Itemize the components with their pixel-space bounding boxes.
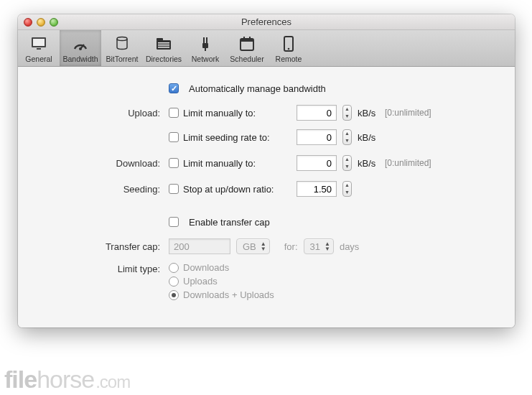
auto-manage-checkbox[interactable] xyxy=(169,83,179,93)
transfer-cap-unit-select[interactable]: GB ▲▼ xyxy=(236,238,270,254)
seeding-ratio-label: Stop at up/down ratio: xyxy=(183,184,274,195)
download-limit-input[interactable] xyxy=(297,155,337,171)
tab-label: Bandwidth xyxy=(60,55,101,63)
seeding-ratio-input[interactable] xyxy=(297,181,337,197)
limit-type-downloads-radio[interactable] xyxy=(169,263,179,273)
svg-rect-10 xyxy=(158,47,169,48)
tab-label: Network xyxy=(185,55,226,63)
upload-limit-hint: [0:unlimited] xyxy=(385,108,431,118)
limit-type-both-label: Downloads + Uploads xyxy=(183,289,274,300)
svg-rect-7 xyxy=(157,38,163,41)
download-limit-stepper[interactable]: ▲▼ xyxy=(342,155,352,171)
limit-type-section-label: Limit type: xyxy=(39,262,169,274)
tab-remote[interactable]: Remote xyxy=(268,30,309,66)
tab-directories[interactable]: Directories xyxy=(143,30,185,66)
updown-icon: ▲▼ xyxy=(325,241,330,251)
download-limit-hint: [0:unlimited] xyxy=(385,158,431,168)
download-limit-checkbox[interactable] xyxy=(169,158,179,168)
unit-label: kB/s xyxy=(358,132,379,143)
tab-scheduler[interactable]: Scheduler xyxy=(226,30,268,66)
upload-seed-stepper[interactable]: ▲▼ xyxy=(342,129,352,145)
tab-bandwidth[interactable]: Bandwidth xyxy=(60,30,101,66)
svg-rect-17 xyxy=(243,37,245,40)
enable-cap-label: Enable transfer cap xyxy=(189,217,270,228)
auto-manage-label: Automatically manage bandwidth xyxy=(189,83,326,94)
content-pane: Automatically manage bandwidth Upload: L… xyxy=(18,67,515,327)
tab-general[interactable]: General xyxy=(18,30,60,66)
tab-label: General xyxy=(18,55,60,63)
upload-limit-checkbox[interactable] xyxy=(169,108,179,118)
upload-section-label: Upload: xyxy=(39,108,169,118)
remote-icon xyxy=(268,34,309,53)
bittorrent-icon xyxy=(101,34,143,53)
svg-rect-9 xyxy=(158,45,169,46)
directories-icon xyxy=(143,34,185,53)
transfer-cap-section-label: Transfer cap: xyxy=(39,241,169,252)
limit-type-uploads-radio[interactable] xyxy=(169,276,179,287)
download-limit-label: Limit manually to: xyxy=(183,158,256,169)
upload-limit-stepper[interactable]: ▲▼ xyxy=(342,105,352,121)
tab-bittorrent[interactable]: BitTorrent xyxy=(101,30,143,66)
unit-label: kB/s xyxy=(358,108,379,118)
for-label: for: xyxy=(284,241,298,252)
upload-seed-input[interactable] xyxy=(297,129,337,145)
upload-limit-input[interactable] xyxy=(297,105,337,121)
svg-rect-2 xyxy=(37,48,41,50)
select-value: GB xyxy=(243,241,256,252)
window-title: Preferences xyxy=(18,17,515,27)
select-value: 31 xyxy=(310,241,320,252)
tab-label: BitTorrent xyxy=(101,55,143,63)
toolbar: General Bandwidth BitTorrent Directories… xyxy=(18,30,515,67)
days-label: days xyxy=(340,241,359,252)
watermark: filehorse.com xyxy=(4,366,130,394)
svg-rect-11 xyxy=(202,43,208,48)
upload-seed-label: Limit seeding rate to: xyxy=(183,132,270,143)
seeding-ratio-checkbox[interactable] xyxy=(169,184,179,194)
download-section-label: Download: xyxy=(39,158,169,169)
bandwidth-icon xyxy=(60,34,101,53)
tab-label: Directories xyxy=(143,55,185,63)
transfer-cap-input[interactable] xyxy=(169,238,230,254)
seeding-ratio-stepper[interactable]: ▲▼ xyxy=(342,181,352,197)
seeding-section-label: Seeding: xyxy=(39,184,169,195)
scheduler-icon xyxy=(226,34,268,53)
svg-rect-8 xyxy=(158,42,169,44)
upload-seed-checkbox[interactable] xyxy=(169,132,179,142)
limit-type-downloads-label: Downloads xyxy=(183,262,229,273)
tab-label: Scheduler xyxy=(226,55,268,63)
titlebar: Preferences xyxy=(18,14,515,30)
svg-point-20 xyxy=(288,48,290,50)
enable-cap-checkbox[interactable] xyxy=(169,217,179,227)
upload-limit-label: Limit manually to: xyxy=(183,108,256,118)
limit-type-uploads-label: Uploads xyxy=(183,276,218,287)
tab-network[interactable]: Network xyxy=(185,30,226,66)
unit-label: kB/s xyxy=(358,158,379,169)
limit-type-both-radio[interactable] xyxy=(169,290,179,300)
transfer-cap-period-select[interactable]: 31 ▲▼ xyxy=(304,238,334,254)
svg-rect-16 xyxy=(241,39,253,42)
tab-label: Remote xyxy=(268,55,309,63)
network-icon xyxy=(185,34,226,53)
preferences-window: Preferences General Bandwidth BitTorrent… xyxy=(18,14,515,327)
updown-icon: ▲▼ xyxy=(261,241,266,251)
svg-point-5 xyxy=(117,37,127,41)
svg-rect-18 xyxy=(249,37,251,40)
general-icon xyxy=(18,34,60,53)
svg-rect-1 xyxy=(33,39,45,46)
